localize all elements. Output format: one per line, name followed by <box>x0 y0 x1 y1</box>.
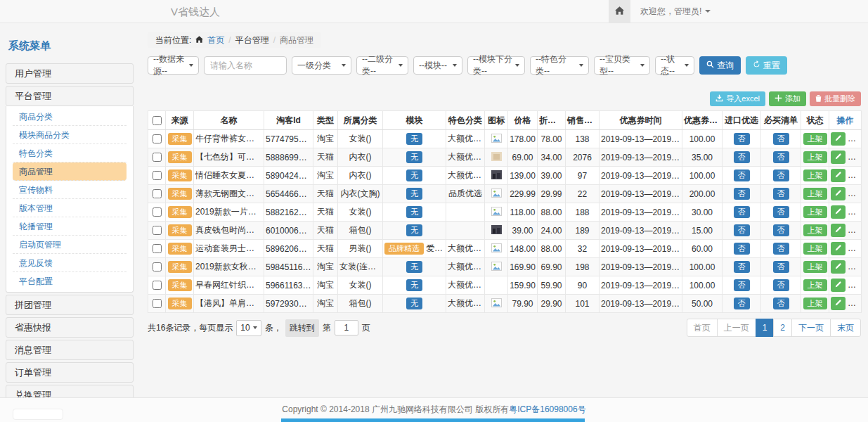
status-badge[interactable]: 上架 <box>803 151 827 163</box>
page-size-select[interactable]: 10 <box>236 320 261 336</box>
sidebar-item[interactable]: 商品分类 <box>13 108 127 126</box>
filter-select[interactable]: --数据来源-- <box>148 56 199 75</box>
edit-button[interactable] <box>831 151 846 164</box>
batch-delete-button[interactable]: 批量删除 <box>810 91 861 106</box>
sidebar-section-header[interactable]: 拼团管理 <box>6 295 134 315</box>
status-badge[interactable]: 上架 <box>803 279 827 291</box>
sidebar-item-active[interactable]: 商品管理 <box>13 162 127 181</box>
sidebar-item[interactable]: 特色分类 <box>13 144 127 162</box>
must-buy-badge[interactable]: 否 <box>773 133 789 145</box>
import-select-badge[interactable]: 否 <box>734 279 750 291</box>
status-badge[interactable]: 上架 <box>803 133 827 145</box>
jump-button[interactable]: 跳转到 <box>285 319 319 337</box>
import-select-badge[interactable]: 否 <box>734 298 750 309</box>
import-select-badge[interactable]: 否 <box>734 261 750 273</box>
sidebar-section-header[interactable]: 消息管理 <box>6 340 134 360</box>
icp-link[interactable]: 粤ICP备16098006号 <box>509 404 585 414</box>
row-checkbox[interactable] <box>153 153 162 162</box>
module-badge[interactable]: 无 <box>406 206 422 218</box>
sidebar-section-header[interactable]: 用户管理 <box>6 63 134 84</box>
reset-button[interactable]: 重置 <box>746 56 787 75</box>
filter-select[interactable]: 一级分类 <box>292 56 351 75</box>
pager-button[interactable]: 1 <box>756 319 775 337</box>
sidebar-section-header[interactable]: 平台管理 <box>6 86 134 106</box>
import-select-badge[interactable]: 否 <box>734 151 750 163</box>
edit-button[interactable] <box>831 132 846 146</box>
row-checkbox[interactable] <box>153 189 162 198</box>
module-badge[interactable]: 无 <box>406 188 422 200</box>
module-badge[interactable]: 无 <box>406 279 422 291</box>
row-checkbox[interactable] <box>153 299 162 308</box>
filter-select[interactable]: --二级分类-- <box>356 56 408 75</box>
add-button[interactable]: 添加 <box>769 91 806 106</box>
filter-select[interactable]: --模块-- <box>413 56 462 75</box>
edit-button[interactable] <box>831 169 846 182</box>
module-badge[interactable]: 品牌精选 <box>384 243 424 255</box>
edit-button[interactable] <box>831 224 846 237</box>
sidebar-item[interactable]: 平台配置 <box>13 272 127 290</box>
name-search-input[interactable] <box>204 56 287 75</box>
status-badge[interactable]: 上架 <box>803 206 827 218</box>
must-buy-badge[interactable]: 否 <box>773 188 789 200</box>
edit-button[interactable] <box>831 279 846 292</box>
import-select-badge[interactable]: 否 <box>734 188 750 200</box>
pager-button[interactable]: 2 <box>773 319 792 337</box>
import-select-badge[interactable]: 否 <box>734 133 750 145</box>
sidebar-item[interactable]: 轮播管理 <box>13 217 127 236</box>
sidebar-item[interactable]: 宣传物料 <box>13 181 127 199</box>
edit-button[interactable] <box>831 297 846 310</box>
must-buy-badge[interactable]: 否 <box>773 261 789 273</box>
edit-button[interactable] <box>831 260 846 274</box>
module-badge[interactable]: 无 <box>406 133 422 145</box>
row-checkbox[interactable] <box>153 134 162 143</box>
import-select-badge[interactable]: 否 <box>734 224 750 236</box>
row-checkbox[interactable] <box>153 262 162 271</box>
status-badge[interactable]: 上架 <box>803 224 827 236</box>
import-select-badge[interactable]: 否 <box>734 243 750 255</box>
must-buy-badge[interactable]: 否 <box>773 151 789 163</box>
must-buy-badge[interactable]: 否 <box>773 298 789 309</box>
module-badge[interactable]: 无 <box>406 298 422 309</box>
row-checkbox[interactable] <box>153 244 162 253</box>
must-buy-badge[interactable]: 否 <box>773 279 789 291</box>
row-checkbox[interactable] <box>153 207 162 217</box>
status-badge[interactable]: 上架 <box>803 261 827 273</box>
module-badge[interactable]: 无 <box>406 170 422 181</box>
filter-select[interactable]: --特色分类-- <box>530 56 589 75</box>
pager-button[interactable]: 末页 <box>830 319 861 337</box>
edit-button[interactable] <box>831 242 846 255</box>
select-all-checkbox[interactable] <box>153 116 162 125</box>
sidebar-item[interactable]: 模块商品分类 <box>13 126 127 144</box>
import-select-badge[interactable]: 否 <box>734 206 750 218</box>
sidebar-item[interactable]: 版本管理 <box>13 199 127 217</box>
import-select-badge[interactable]: 否 <box>734 170 750 181</box>
must-buy-badge[interactable]: 否 <box>773 206 789 218</box>
module-badge[interactable]: 无 <box>406 261 422 273</box>
module-badge[interactable]: 无 <box>406 151 422 163</box>
status-badge[interactable]: 上架 <box>803 170 827 181</box>
row-checkbox[interactable] <box>153 226 162 235</box>
page-number-input[interactable] <box>335 320 358 335</box>
sidebar-item[interactable]: 启动页管理 <box>13 236 127 254</box>
must-buy-badge[interactable]: 否 <box>773 224 789 236</box>
status-badge[interactable]: 上架 <box>803 243 827 255</box>
query-button[interactable]: 查询 <box>699 56 741 75</box>
pager-button[interactable]: 下一页 <box>791 319 831 337</box>
status-badge[interactable]: 上架 <box>803 188 827 200</box>
must-buy-badge[interactable]: 否 <box>773 170 789 181</box>
row-checkbox[interactable] <box>153 281 162 290</box>
filter-select[interactable]: --状态-- <box>655 56 694 75</box>
row-checkbox[interactable] <box>153 171 162 180</box>
home-button[interactable] <box>609 0 630 23</box>
edit-button[interactable] <box>831 205 846 219</box>
edit-button[interactable] <box>831 187 846 200</box>
sidebar-section-header[interactable]: 订单管理 <box>6 362 134 383</box>
sidebar-section-header[interactable]: 兑换管理 <box>6 385 134 397</box>
must-buy-badge[interactable]: 否 <box>773 243 789 255</box>
filter-select[interactable]: --模块下分类-- <box>467 56 525 75</box>
user-menu[interactable]: 欢迎您，管理员! <box>640 6 711 18</box>
module-badge[interactable]: 无 <box>406 224 422 236</box>
sidebar-section-header[interactable]: 省惠快报 <box>6 317 134 338</box>
status-badge[interactable]: 上架 <box>803 298 827 309</box>
sidebar-item[interactable]: 意见反馈 <box>13 254 127 272</box>
